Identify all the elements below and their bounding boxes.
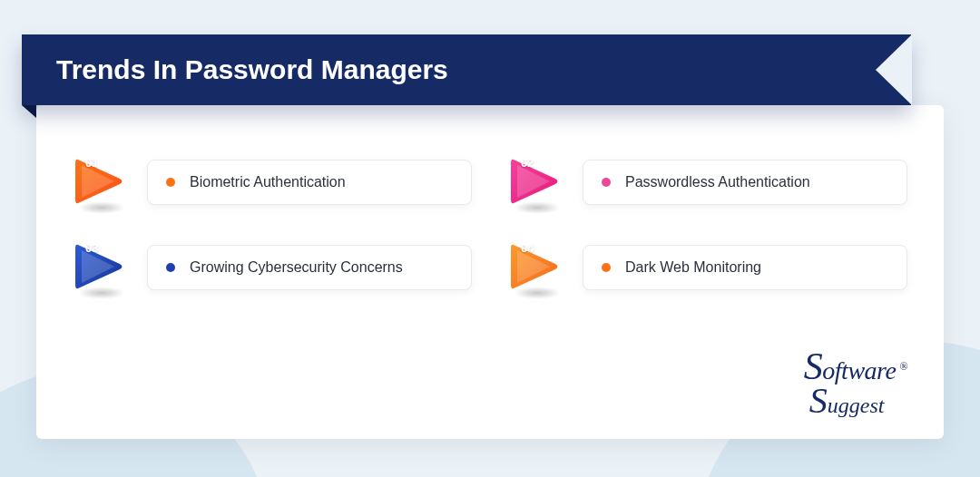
item-pill: Dark Web Monitoring [583,245,907,290]
bullet-dot-icon [166,263,175,272]
trend-item: 02 Passwordless Authentication [508,156,907,209]
item-pill: Growing Cybersecurity Concerns [147,245,472,290]
play-arrow-icon [73,156,127,207]
content-card: 01 Biometric Authentication 02 [36,105,944,439]
play-arrow-icon [508,241,563,292]
arrow-badge: 04 [508,241,566,294]
item-number: 02 [521,156,534,170]
title-banner: Trends In Password Managers [22,34,911,105]
trend-item: 01 Biometric Authentication [73,156,472,209]
arrow-badge: 02 [508,156,566,209]
item-label: Growing Cybersecurity Concerns [190,259,403,276]
item-label: Biometric Authentication [190,174,346,190]
trend-item: 04 Dark Web Monitoring [508,241,907,294]
bullet-dot-icon [166,178,175,187]
brand-line2: Suggest [809,385,907,417]
item-number: 04 [521,241,534,255]
item-label: Dark Web Monitoring [625,259,761,276]
item-label: Passwordless Authentication [625,174,810,190]
trend-item: 03 Growing Cybersecurity Concerns [73,241,472,294]
item-number: 03 [85,241,98,255]
bullet-dot-icon [602,263,611,272]
bullet-dot-icon [602,178,611,187]
play-arrow-icon [73,241,127,292]
items-grid: 01 Biometric Authentication 02 [73,156,907,294]
item-pill: Biometric Authentication [147,160,472,205]
arrow-badge: 03 [73,241,131,294]
item-pill: Passwordless Authentication [583,160,907,205]
arrow-badge: 01 [73,156,131,209]
banner-fold [22,105,36,118]
brand-logo: Software® Suggest [804,350,907,417]
play-arrow-icon [508,156,563,207]
item-number: 01 [85,156,98,170]
page-title: Trends In Password Managers [56,54,448,85]
